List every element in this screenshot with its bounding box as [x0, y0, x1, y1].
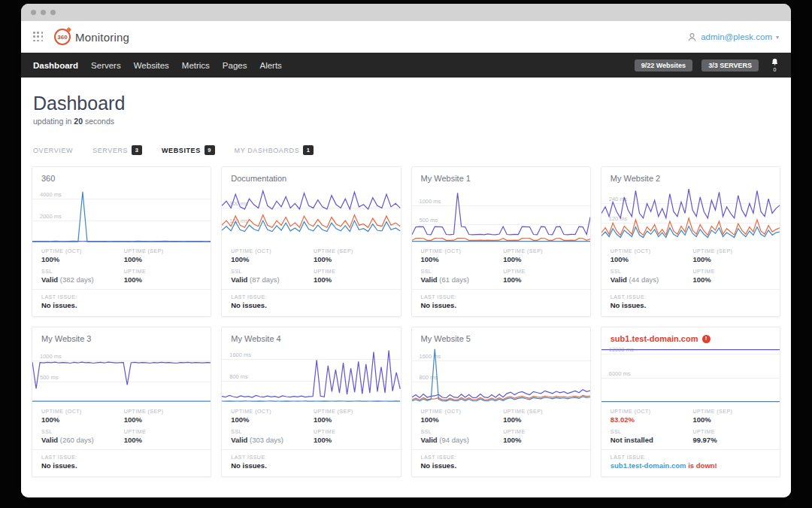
- stat-value: 100%: [421, 255, 499, 263]
- stat-value-suffix: (260 days): [58, 436, 94, 444]
- nav-item-pages[interactable]: Pages: [223, 61, 247, 70]
- card-title-text: sub1.test-domain.com: [611, 334, 698, 343]
- sparkline-svg: [601, 187, 780, 242]
- stat-cell: UPTIME (OCT)100%: [41, 409, 120, 424]
- notifications-bell[interactable]: 0: [771, 58, 779, 72]
- card-title[interactable]: 360 !: [32, 167, 211, 186]
- card-stats: UPTIME (OCT)100%UPTIME (SEP)100%SSLValid…: [222, 242, 400, 289]
- stat-value-suffix: (44 days): [627, 275, 659, 284]
- series-line-purple: [601, 189, 780, 218]
- stat-value: 100%: [692, 415, 771, 424]
- stat-label: UPTIME (OCT): [231, 409, 309, 414]
- nav-item-alerts[interactable]: Alerts: [259, 61, 281, 70]
- last-issue-section: LAST ISSUE: No issues.: [32, 289, 211, 316]
- series-line-purple: [222, 191, 400, 209]
- stat-label: SSL: [611, 429, 689, 434]
- stat-cell: UPTIME (SEP)100%: [314, 409, 392, 424]
- stat-value: Valid (87 days): [231, 275, 309, 284]
- stat-value-suffix: (94 days): [438, 436, 469, 444]
- card-stats: UPTIME (OCT)100%UPTIME (SEP)100%SSLValid…: [412, 403, 590, 449]
- stat-value: Valid (260 days): [41, 436, 120, 444]
- brand-logo[interactable]: 360 Monitoring: [54, 29, 129, 45]
- website-card: Documentation ! 300 ms150 ms UPTIME (OCT…: [221, 166, 401, 317]
- nav-item-dashboard[interactable]: Dashboard: [33, 61, 78, 70]
- stat-label: UPTIME (SEP): [692, 248, 771, 254]
- last-issue-link[interactable]: sub1.test-domain.com: [611, 461, 686, 470]
- stat-label: UPTIME (OCT): [421, 248, 499, 254]
- stat-label: SSL: [421, 269, 499, 274]
- last-issue-alert-text: is down!: [686, 461, 717, 470]
- chevron-down-icon: ▾: [776, 34, 779, 41]
- stat-cell: UPTIME99.97%: [692, 429, 771, 444]
- tab-my-dashboards[interactable]: MY DASHBOARDS1: [235, 145, 314, 155]
- website-card: 360 ! 4000 ms2000 ms UPTIME (OCT)100%UPT…: [32, 166, 211, 317]
- stat-cell: UPTIME (SEP)100%: [692, 248, 771, 263]
- last-issue-value: No issues.: [611, 301, 771, 309]
- stat-value: 83.02%: [611, 415, 689, 424]
- card-title[interactable]: My Website 4 !: [222, 327, 400, 346]
- stat-value: Valid (94 days): [421, 436, 499, 444]
- website-card: My Website 3 ! 1000 ms500 ms UPTIME (OCT…: [32, 327, 211, 477]
- response-time-chart: 1600 ms800 ms: [412, 348, 590, 403]
- card-title[interactable]: My Website 2 !: [601, 167, 780, 186]
- sparkline-svg: [412, 348, 590, 403]
- websites-count-badge[interactable]: 9/22 Websites: [635, 59, 692, 71]
- stat-label: UPTIME (SEP): [314, 409, 392, 414]
- cards-grid: 360 ! 4000 ms2000 ms UPTIME (OCT)100%UPT…: [32, 166, 780, 477]
- stat-value: 100%: [124, 436, 202, 444]
- stat-cell: UPTIME100%: [503, 429, 581, 444]
- stat-cell: UPTIME (OCT)100%: [231, 409, 309, 424]
- card-title-text: My Website 3: [41, 334, 91, 343]
- card-title[interactable]: My Website 1 !: [412, 167, 590, 186]
- stat-cell: UPTIME (OCT)100%: [421, 409, 499, 424]
- stat-value: 100%: [41, 415, 120, 424]
- stat-cell: SSLValid (87 days): [231, 269, 309, 284]
- servers-count-badge[interactable]: 3/3 SERVERS: [701, 59, 759, 71]
- card-title[interactable]: Documentation !: [222, 167, 400, 186]
- card-title-text: My Website 2: [611, 174, 660, 183]
- stat-cell: UPTIME (SEP)100%: [503, 248, 581, 263]
- updating-status: updating in 20 seconds: [33, 117, 780, 126]
- stat-cell: SSLValid (382 days): [41, 269, 120, 284]
- card-title[interactable]: My Website 3 !: [32, 327, 211, 346]
- card-title-text: 360: [41, 174, 55, 183]
- tab-overview[interactable]: OVERVIEW: [33, 147, 73, 154]
- nav-item-servers[interactable]: Servers: [91, 61, 121, 70]
- response-time-chart: 1000 ms500 ms: [32, 348, 211, 403]
- stat-cell: UPTIME100%: [503, 269, 581, 284]
- card-title[interactable]: sub1.test-domain.com !: [601, 327, 780, 346]
- last-issue-value: No issues.: [421, 301, 581, 309]
- stat-cell: SSLValid (94 days): [421, 429, 499, 444]
- sparkline-svg: [222, 348, 400, 403]
- stat-label: UPTIME: [314, 429, 392, 434]
- card-stats: UPTIME (OCT)100%UPTIME (SEP)100%SSLValid…: [32, 403, 211, 449]
- stat-label: SSL: [41, 429, 120, 434]
- stat-cell: UPTIME (SEP)100%: [503, 409, 581, 424]
- series-line-blue: [32, 192, 211, 242]
- stat-label: UPTIME (SEP): [124, 248, 202, 254]
- stat-value: Valid (303 days): [231, 436, 309, 444]
- stat-value-suffix: (61 days): [438, 275, 469, 284]
- card-stats: UPTIME (OCT)100%UPTIME (SEP)100%SSLValid…: [32, 242, 211, 289]
- stat-value: 100%: [314, 415, 392, 424]
- nav-item-metrics[interactable]: Metrics: [182, 61, 210, 70]
- tab-websites[interactable]: WEBSITES9: [162, 145, 215, 155]
- series-line-blue: [412, 349, 590, 401]
- sparkline-svg: [32, 187, 211, 242]
- website-card: My Website 5 ! 1600 ms800 ms UPTIME (OCT…: [411, 327, 591, 477]
- series-line-blue: [222, 221, 400, 231]
- stat-label: UPTIME (SEP): [314, 248, 392, 254]
- last-issue-label: LAST ISSUE:: [41, 294, 201, 300]
- card-title-text: My Website 1: [421, 174, 471, 183]
- stat-value: 100%: [692, 255, 771, 263]
- app-launcher-icon[interactable]: [33, 32, 44, 42]
- last-issue-section: LAST ISSUE: No issues.: [601, 289, 780, 316]
- card-title[interactable]: My Website 5 !: [412, 327, 590, 346]
- tab-servers[interactable]: SERVERS3: [92, 145, 142, 155]
- last-issue-value: No issues.: [421, 461, 581, 470]
- last-issue-label: LAST ISSUE:: [611, 455, 771, 460]
- sparkline-svg: [412, 187, 590, 242]
- account-menu[interactable]: admin@plesk.com ▾: [687, 32, 779, 42]
- window-dot-2: [41, 10, 46, 15]
- nav-item-websites[interactable]: Websites: [134, 61, 169, 70]
